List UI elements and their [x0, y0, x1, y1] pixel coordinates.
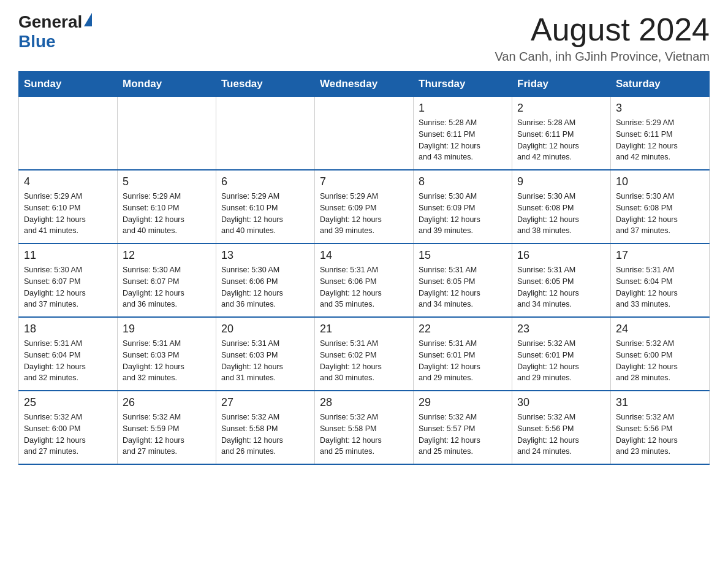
- calendar-table: SundayMondayTuesdayWednesdayThursdayFrid…: [18, 71, 710, 465]
- day-number: 24: [616, 323, 704, 335]
- day-number: 20: [221, 323, 309, 335]
- day-info: Sunrise: 5:31 AM Sunset: 6:02 PM Dayligh…: [320, 338, 408, 384]
- weekday-header-friday: Friday: [512, 72, 611, 97]
- day-number: 13: [221, 249, 309, 262]
- day-info: Sunrise: 5:31 AM Sunset: 6:04 PM Dayligh…: [616, 264, 704, 310]
- logo-general-text: General: [18, 12, 82, 32]
- day-info: Sunrise: 5:31 AM Sunset: 6:03 PM Dayligh…: [123, 338, 211, 384]
- calendar-cell: 12Sunrise: 5:30 AM Sunset: 6:07 PM Dayli…: [118, 243, 216, 317]
- calendar-cell: 2Sunrise: 5:28 AM Sunset: 6:11 PM Daylig…: [512, 97, 611, 170]
- calendar-cell: 6Sunrise: 5:29 AM Sunset: 6:10 PM Daylig…: [216, 170, 315, 243]
- day-number: 2: [517, 102, 605, 115]
- weekday-header-tuesday: Tuesday: [216, 72, 315, 97]
- day-number: 10: [616, 175, 704, 188]
- calendar-cell: 15Sunrise: 5:31 AM Sunset: 6:05 PM Dayli…: [414, 243, 512, 317]
- calendar-cell: 7Sunrise: 5:29 AM Sunset: 6:09 PM Daylig…: [315, 170, 414, 243]
- day-number: 7: [320, 175, 408, 188]
- day-info: Sunrise: 5:29 AM Sunset: 6:09 PM Dayligh…: [320, 191, 408, 237]
- day-info: Sunrise: 5:32 AM Sunset: 5:57 PM Dayligh…: [419, 412, 507, 458]
- calendar-cell: 24Sunrise: 5:32 AM Sunset: 6:00 PM Dayli…: [611, 317, 710, 391]
- weekday-header-thursday: Thursday: [414, 72, 512, 97]
- calendar-week-2: 4Sunrise: 5:29 AM Sunset: 6:10 PM Daylig…: [19, 170, 710, 243]
- day-info: Sunrise: 5:30 AM Sunset: 6:07 PM Dayligh…: [24, 264, 112, 310]
- day-info: Sunrise: 5:32 AM Sunset: 5:58 PM Dayligh…: [320, 412, 408, 458]
- day-number: 14: [320, 249, 408, 262]
- day-info: Sunrise: 5:32 AM Sunset: 5:58 PM Dayligh…: [221, 412, 309, 458]
- calendar-week-3: 11Sunrise: 5:30 AM Sunset: 6:07 PM Dayli…: [19, 243, 710, 317]
- calendar-cell: 13Sunrise: 5:30 AM Sunset: 6:06 PM Dayli…: [216, 243, 315, 317]
- calendar-cell: 21Sunrise: 5:31 AM Sunset: 6:02 PM Dayli…: [315, 317, 414, 391]
- day-info: Sunrise: 5:31 AM Sunset: 6:01 PM Dayligh…: [419, 338, 507, 384]
- title-block: August 2024 Van Canh, inh GJinh Province…: [495, 12, 710, 64]
- day-info: Sunrise: 5:29 AM Sunset: 6:10 PM Dayligh…: [221, 191, 309, 237]
- calendar-cell: 9Sunrise: 5:30 AM Sunset: 6:08 PM Daylig…: [512, 170, 611, 243]
- day-number: 22: [419, 323, 507, 335]
- day-info: Sunrise: 5:30 AM Sunset: 6:09 PM Dayligh…: [419, 191, 507, 237]
- day-number: 25: [24, 396, 112, 409]
- calendar-cell: 23Sunrise: 5:32 AM Sunset: 6:01 PM Dayli…: [512, 317, 611, 391]
- day-number: 23: [517, 323, 605, 335]
- day-info: Sunrise: 5:31 AM Sunset: 6:05 PM Dayligh…: [517, 264, 605, 310]
- day-number: 5: [123, 175, 211, 188]
- day-number: 28: [320, 396, 408, 409]
- weekday-header-wednesday: Wednesday: [315, 72, 414, 97]
- day-number: 9: [517, 175, 605, 188]
- calendar-cell: 19Sunrise: 5:31 AM Sunset: 6:03 PM Dayli…: [118, 317, 216, 391]
- day-info: Sunrise: 5:32 AM Sunset: 6:00 PM Dayligh…: [24, 412, 112, 458]
- calendar-cell: 16Sunrise: 5:31 AM Sunset: 6:05 PM Dayli…: [512, 243, 611, 317]
- calendar-cell: 27Sunrise: 5:32 AM Sunset: 5:58 PM Dayli…: [216, 391, 315, 464]
- month-title: August 2024: [495, 12, 710, 47]
- day-info: Sunrise: 5:31 AM Sunset: 6:05 PM Dayligh…: [419, 264, 507, 310]
- logo-triangle-icon: [84, 13, 92, 26]
- calendar-week-5: 25Sunrise: 5:32 AM Sunset: 6:00 PM Dayli…: [19, 391, 710, 464]
- day-number: 31: [616, 396, 704, 409]
- day-info: Sunrise: 5:32 AM Sunset: 6:01 PM Dayligh…: [517, 338, 605, 384]
- calendar-week-1: 1Sunrise: 5:28 AM Sunset: 6:11 PM Daylig…: [19, 97, 710, 170]
- day-number: 18: [24, 323, 112, 335]
- page-header: General Blue August 2024 Van Canh, inh G…: [18, 12, 710, 64]
- day-number: 30: [517, 396, 605, 409]
- day-info: Sunrise: 5:28 AM Sunset: 6:11 PM Dayligh…: [517, 117, 605, 163]
- calendar-cell: 17Sunrise: 5:31 AM Sunset: 6:04 PM Dayli…: [611, 243, 710, 317]
- day-info: Sunrise: 5:32 AM Sunset: 5:56 PM Dayligh…: [616, 412, 704, 458]
- day-info: Sunrise: 5:31 AM Sunset: 6:03 PM Dayligh…: [221, 338, 309, 384]
- calendar-cell: 1Sunrise: 5:28 AM Sunset: 6:11 PM Daylig…: [414, 97, 512, 170]
- calendar-cell: 20Sunrise: 5:31 AM Sunset: 6:03 PM Dayli…: [216, 317, 315, 391]
- day-info: Sunrise: 5:31 AM Sunset: 6:04 PM Dayligh…: [24, 338, 112, 384]
- day-number: 17: [616, 249, 704, 262]
- day-number: 26: [123, 396, 211, 409]
- calendar-body: 1Sunrise: 5:28 AM Sunset: 6:11 PM Daylig…: [19, 97, 710, 465]
- calendar-header: SundayMondayTuesdayWednesdayThursdayFrid…: [19, 72, 710, 97]
- calendar-cell: 18Sunrise: 5:31 AM Sunset: 6:04 PM Dayli…: [19, 317, 118, 391]
- calendar-cell: 25Sunrise: 5:32 AM Sunset: 6:00 PM Dayli…: [19, 391, 118, 464]
- day-number: 16: [517, 249, 605, 262]
- calendar-cell: [118, 97, 216, 170]
- calendar-cell: 31Sunrise: 5:32 AM Sunset: 5:56 PM Dayli…: [611, 391, 710, 464]
- day-info: Sunrise: 5:30 AM Sunset: 6:08 PM Dayligh…: [616, 191, 704, 237]
- day-info: Sunrise: 5:30 AM Sunset: 6:08 PM Dayligh…: [517, 191, 605, 237]
- day-number: 21: [320, 323, 408, 335]
- day-info: Sunrise: 5:31 AM Sunset: 6:06 PM Dayligh…: [320, 264, 408, 310]
- weekday-header-sunday: Sunday: [19, 72, 118, 97]
- day-number: 11: [24, 249, 112, 262]
- logo-blue-text: Blue: [18, 32, 56, 51]
- calendar-cell: 4Sunrise: 5:29 AM Sunset: 6:10 PM Daylig…: [19, 170, 118, 243]
- calendar-cell: 26Sunrise: 5:32 AM Sunset: 5:59 PM Dayli…: [118, 391, 216, 464]
- calendar-cell: [315, 97, 414, 170]
- day-number: 3: [616, 102, 704, 115]
- day-info: Sunrise: 5:29 AM Sunset: 6:11 PM Dayligh…: [616, 117, 704, 163]
- location-subtitle: Van Canh, inh GJinh Province, Vietnam: [495, 50, 710, 64]
- day-number: 4: [24, 175, 112, 188]
- calendar-cell: 11Sunrise: 5:30 AM Sunset: 6:07 PM Dayli…: [19, 243, 118, 317]
- day-number: 8: [419, 175, 507, 188]
- day-info: Sunrise: 5:32 AM Sunset: 5:59 PM Dayligh…: [123, 412, 211, 458]
- day-number: 15: [419, 249, 507, 262]
- day-info: Sunrise: 5:30 AM Sunset: 6:07 PM Dayligh…: [123, 264, 211, 310]
- day-info: Sunrise: 5:30 AM Sunset: 6:06 PM Dayligh…: [221, 264, 309, 310]
- calendar-cell: 29Sunrise: 5:32 AM Sunset: 5:57 PM Dayli…: [414, 391, 512, 464]
- calendar-cell: 3Sunrise: 5:29 AM Sunset: 6:11 PM Daylig…: [611, 97, 710, 170]
- calendar-cell: 8Sunrise: 5:30 AM Sunset: 6:09 PM Daylig…: [414, 170, 512, 243]
- day-info: Sunrise: 5:29 AM Sunset: 6:10 PM Dayligh…: [24, 191, 112, 237]
- calendar-cell: 30Sunrise: 5:32 AM Sunset: 5:56 PM Dayli…: [512, 391, 611, 464]
- calendar-cell: 10Sunrise: 5:30 AM Sunset: 6:08 PM Dayli…: [611, 170, 710, 243]
